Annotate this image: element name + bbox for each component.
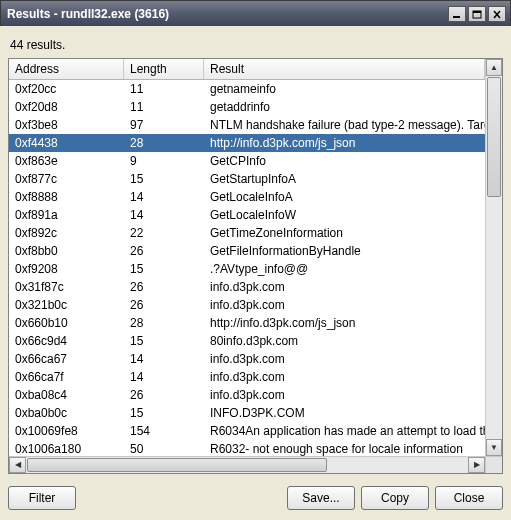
scrollbar-corner [485,456,502,473]
cell-result: GetFileInformationByHandle [204,244,485,258]
cell-address: 0xba08c4 [9,388,124,402]
cell-address: 0xf877c [9,172,124,186]
cell-result: getaddrinfo [204,100,485,114]
scroll-left-button[interactable]: ◀ [9,457,26,473]
cell-result: GetStartupInfoA [204,172,485,186]
cell-length: 14 [124,208,204,222]
cell-result: info.d3pk.com [204,280,485,294]
cell-result: http://info.d3pk.com/js_json [204,136,485,150]
cell-length: 28 [124,136,204,150]
cell-address: 0xba0b0c [9,406,124,420]
vertical-scroll-thumb[interactable] [487,77,501,197]
cell-length: 26 [124,280,204,294]
svg-rect-2 [473,11,481,13]
button-bar: Filter Save... Copy Close [8,484,503,512]
table-row[interactable]: 0x1006a18050R6032- not enough space for … [9,440,485,456]
table-row[interactable]: 0x10069fe8154R6034An application has mad… [9,422,485,440]
window-title: Results - rundll32.exe (3616) [7,7,448,21]
cell-length: 14 [124,352,204,366]
cell-length: 97 [124,118,204,132]
table-row[interactable]: 0x321b0c26info.d3pk.com [9,296,485,314]
cell-length: 15 [124,406,204,420]
cell-result: info.d3pk.com [204,352,485,366]
cell-length: 26 [124,244,204,258]
table-row[interactable]: 0xf892c22GetTimeZoneInformation [9,224,485,242]
table-row[interactable]: 0x66c9d41580info.d3pk.com [9,332,485,350]
cell-length: 15 [124,262,204,276]
table-row[interactable]: 0xf891a14GetLocaleInfoW [9,206,485,224]
cell-address: 0x66ca7f [9,370,124,384]
window-controls [448,6,506,22]
column-header-length[interactable]: Length [124,59,204,79]
cell-result: .?AVtype_info@@ [204,262,485,276]
scroll-right-button[interactable]: ▶ [468,457,485,473]
scroll-down-button[interactable]: ▼ [486,439,502,456]
cell-result: R6032- not enough space for locale infor… [204,442,485,456]
close-button[interactable] [488,6,506,22]
cell-result: GetCPInfo [204,154,485,168]
cell-result: info.d3pk.com [204,298,485,312]
titlebar: Results - rundll32.exe (3616) [1,1,510,27]
table-header: Address Length Result [9,59,485,80]
cell-length: 15 [124,172,204,186]
cell-address: 0xf8888 [9,190,124,204]
table-row[interactable]: 0x66ca6714info.d3pk.com [9,350,485,368]
cell-address: 0x10069fe8 [9,424,124,438]
table-row[interactable]: 0xf877c15GetStartupInfoA [9,170,485,188]
cell-address: 0xf9208 [9,262,124,276]
table-row[interactable]: 0xf443828http://info.d3pk.com/js_json [9,134,485,152]
horizontal-scroll-thumb[interactable] [27,458,327,472]
copy-button[interactable]: Copy [361,486,429,510]
horizontal-scrollbar[interactable]: ◀ ▶ [9,456,485,473]
vertical-scrollbar[interactable]: ▲ ▼ [485,59,502,456]
table-row[interactable]: 0xf20d811getaddrinfo [9,98,485,116]
column-header-address[interactable]: Address [9,59,124,79]
cell-address: 0xf20cc [9,82,124,96]
cell-length: 26 [124,298,204,312]
table-row[interactable]: 0xf888814GetLocaleInfoA [9,188,485,206]
table-body: 0xf20cc11getnameinfo0xf20d811getaddrinfo… [9,80,485,456]
cell-result: NTLM handshake failure (bad type-2 messa… [204,118,485,132]
cell-result: info.d3pk.com [204,388,485,402]
cell-result: GetLocaleInfoW [204,208,485,222]
table-row[interactable]: 0x660b1028http://info.d3pk.com/js_json [9,314,485,332]
cell-result: info.d3pk.com [204,370,485,384]
cell-length: 11 [124,82,204,96]
cell-result: 80info.d3pk.com [204,334,485,348]
table-row[interactable]: 0xba08c426info.d3pk.com [9,386,485,404]
cell-result: GetTimeZoneInformation [204,226,485,240]
close-dialog-button[interactable]: Close [435,486,503,510]
cell-address: 0xf8bb0 [9,244,124,258]
table-row[interactable]: 0xf8bb026GetFileInformationByHandle [9,242,485,260]
cell-result: http://info.d3pk.com/js_json [204,316,485,330]
cell-length: 11 [124,100,204,114]
table-row[interactable]: 0x66ca7f14info.d3pk.com [9,368,485,386]
cell-length: 28 [124,316,204,330]
table-row[interactable]: 0xba0b0c15INFO.D3PK.COM [9,404,485,422]
table-row[interactable]: 0xf920815.?AVtype_info@@ [9,260,485,278]
cell-address: 0xf892c [9,226,124,240]
cell-length: 15 [124,334,204,348]
table-row[interactable]: 0xf20cc11getnameinfo [9,80,485,98]
column-header-result[interactable]: Result [204,59,485,79]
cell-length: 9 [124,154,204,168]
minimize-button[interactable] [448,6,466,22]
cell-length: 14 [124,190,204,204]
cell-result: R6034An application has made an attempt … [204,424,485,438]
cell-address: 0xf891a [9,208,124,222]
save-button[interactable]: Save... [287,486,355,510]
table-row[interactable]: 0xf3be897NTLM handshake failure (bad typ… [9,116,485,134]
cell-address: 0x1006a180 [9,442,124,456]
table-row[interactable]: 0xf863e9GetCPInfo [9,152,485,170]
cell-address: 0x31f87c [9,280,124,294]
client-area: 44 results. Address Length Result 0xf20c… [0,26,511,520]
maximize-button[interactable] [468,6,486,22]
cell-length: 22 [124,226,204,240]
table-row[interactable]: 0x31f87c26info.d3pk.com [9,278,485,296]
filter-button[interactable]: Filter [8,486,76,510]
scroll-up-button[interactable]: ▲ [486,59,502,76]
result-count-label: 44 results. [8,34,503,58]
cell-address: 0x321b0c [9,298,124,312]
cell-address: 0x660b10 [9,316,124,330]
cell-result: INFO.D3PK.COM [204,406,485,420]
